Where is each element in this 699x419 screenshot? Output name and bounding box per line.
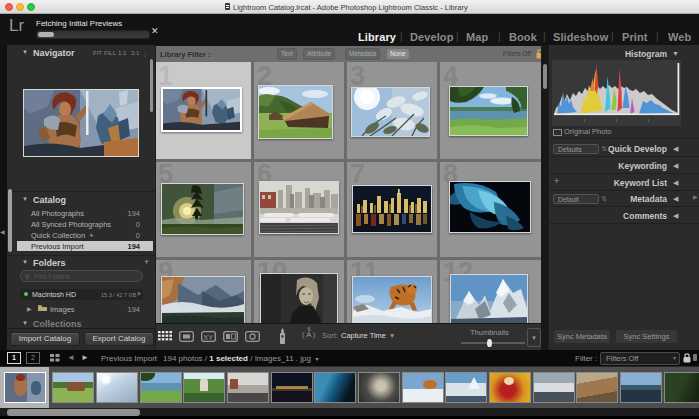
svg-text:XY: XY	[204, 334, 214, 341]
